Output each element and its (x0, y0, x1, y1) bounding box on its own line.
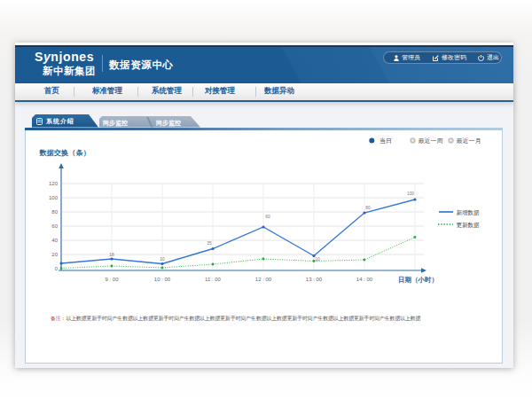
svg-text:新增数据: 新增数据 (457, 209, 481, 216)
svg-text:日期（小时）: 日期（小时） (398, 276, 438, 284)
svg-text:60: 60 (265, 215, 270, 219)
svg-text:14 : 00: 14 : 00 (356, 277, 373, 282)
svg-text:100: 100 (407, 192, 414, 196)
svg-text:10: 10 (160, 257, 165, 262)
svg-text:100: 100 (49, 195, 59, 200)
svg-text:0: 0 (55, 266, 59, 271)
svg-text:60: 60 (51, 223, 58, 229)
svg-text:18: 18 (109, 253, 114, 257)
svg-text:数据交换（条）: 数据交换（条） (39, 149, 90, 157)
svg-text:更新数据: 更新数据 (457, 222, 481, 229)
svg-text:12 : 00: 12 : 00 (255, 277, 272, 282)
svg-text:13 : 00: 13 : 00 (306, 277, 323, 282)
svg-text:10: 10 (315, 257, 320, 262)
svg-text:10 : 00: 10 : 00 (154, 277, 171, 282)
svg-text:20: 20 (51, 252, 58, 257)
svg-text:当日: 当日 (379, 137, 392, 145)
svg-text:80: 80 (365, 206, 371, 210)
svg-text:80: 80 (51, 209, 58, 215)
svg-text:9 : 00: 9 : 00 (105, 277, 119, 282)
svg-text:最近一月: 最近一月 (457, 137, 481, 145)
svg-text:11 : 00: 11 : 00 (205, 277, 222, 282)
svg-text:35: 35 (207, 241, 212, 246)
svg-text:备注：以上数据更新于时间产生数据以上数据更新于时间产生数据以: 备注：以上数据更新于时间产生数据以上数据更新于时间产生数据以上数据更新于时间产生… (51, 315, 421, 322)
svg-text:40: 40 (51, 238, 58, 243)
svg-text:最近一周: 最近一周 (419, 137, 443, 144)
svg-text:120: 120 (49, 181, 59, 186)
